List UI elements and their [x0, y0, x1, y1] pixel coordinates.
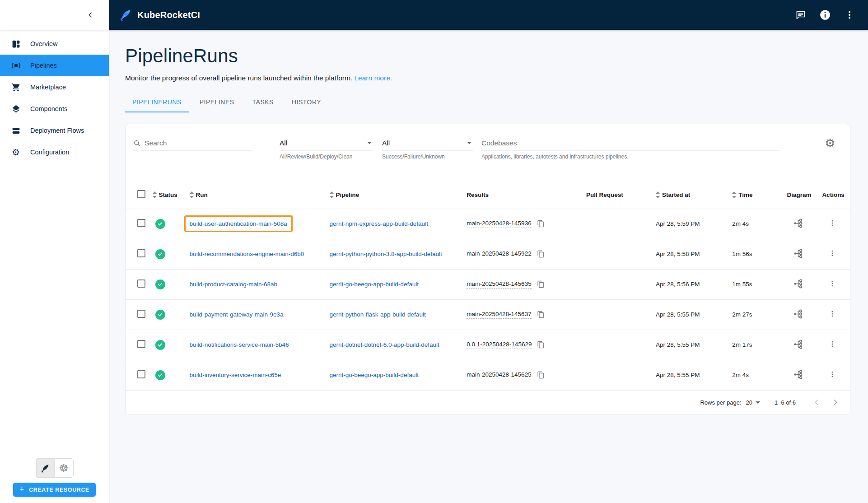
- column-pipeline[interactable]: Pipeline: [336, 191, 359, 198]
- row-checkbox[interactable]: [137, 370, 145, 378]
- run-link-wrap: build-product-catalog-main-68ab: [190, 281, 277, 288]
- sidebar-item-deployment-flows[interactable]: Deployment Flows: [0, 120, 109, 141]
- pipeline-status-select[interactable]: All Success/Failure/Unknown: [382, 136, 473, 160]
- sort-icon[interactable]: [656, 191, 660, 198]
- row-checkbox[interactable]: [137, 340, 145, 348]
- row-actions-button[interactable]: [828, 249, 836, 257]
- tab-history[interactable]: HISTORY: [285, 96, 328, 112]
- run-link[interactable]: build-inventory-service-main-c65e: [190, 372, 281, 378]
- diagram-tree-icon: [793, 309, 803, 319]
- info-icon[interactable]: [819, 9, 831, 21]
- brand-name: KubeRocketCI: [137, 10, 200, 20]
- row-actions-button[interactable]: [828, 370, 836, 378]
- column-pull-request: Pull Request: [586, 191, 623, 198]
- run-link[interactable]: build-notifications-service-main-5b46: [190, 341, 289, 348]
- tab-tasks[interactable]: TASKS: [245, 96, 281, 112]
- codebases-input[interactable]: [481, 139, 780, 147]
- pipeline-link[interactable]: gerrit-dotnet-dotnet-6.0-app-build-defau…: [330, 341, 439, 348]
- diagram-button[interactable]: [793, 309, 803, 319]
- sort-icon[interactable]: [153, 191, 157, 198]
- sort-icon[interactable]: [330, 191, 334, 198]
- create-resource-button[interactable]: + CREATE RESOURCE: [13, 483, 96, 497]
- row-actions-button[interactable]: [828, 310, 836, 318]
- kebab-menu-icon: [828, 249, 836, 257]
- sidebar-item-configuration[interactable]: ⚙ Configuration: [0, 141, 109, 163]
- column-status[interactable]: Status: [159, 191, 177, 198]
- status-success-icon: [155, 310, 165, 320]
- copy-button[interactable]: [537, 220, 545, 228]
- run-link[interactable]: build-product-catalog-main-68ab: [190, 281, 277, 288]
- diagram-button[interactable]: [793, 248, 803, 259]
- row-checkbox[interactable]: [137, 249, 145, 257]
- select-all-checkbox[interactable]: [137, 190, 145, 198]
- learn-more-link[interactable]: Learn more.: [354, 74, 392, 82]
- copy-icon: [537, 220, 545, 228]
- pipeline-link[interactable]: gerrit-go-beego-app-build-default: [330, 372, 419, 378]
- sidebar-item-pipelines[interactable]: Pipelines: [0, 55, 109, 76]
- cart-icon: [11, 82, 21, 92]
- result-value: main-20250428-145635: [467, 280, 531, 289]
- rocket-feather-icon: [119, 8, 132, 22]
- row-checkbox[interactable]: [137, 279, 145, 288]
- sort-icon[interactable]: [732, 191, 736, 198]
- column-started-at[interactable]: Started at: [662, 191, 690, 198]
- pipelineruns-table: Status Run Pipeline Results Pull Request: [126, 182, 850, 391]
- copy-button[interactable]: [537, 371, 545, 379]
- diagram-button[interactable]: [793, 279, 803, 289]
- sidebar-header: [0, 0, 109, 30]
- started-at-value: Apr 28, 5:56 PM: [656, 281, 700, 288]
- next-page-button[interactable]: [829, 396, 842, 409]
- sort-icon[interactable]: [190, 191, 194, 198]
- pipeline-link[interactable]: gerrit-python-flask-app-build-default: [330, 311, 426, 318]
- tabs: PIPELINERUNS PIPELINES TASKS HISTORY: [125, 96, 850, 112]
- diagram-button[interactable]: [793, 339, 803, 349]
- toggle-kuberocketci-view[interactable]: [36, 459, 55, 477]
- feedback-chat-icon[interactable]: [795, 9, 807, 21]
- pipeline-link[interactable]: gerrit-go-beego-app-build-default: [330, 281, 419, 288]
- sidebar-item-marketplace[interactable]: Marketplace: [0, 76, 109, 98]
- sidebar-item-components[interactable]: Components: [0, 98, 109, 120]
- plus-icon: +: [19, 485, 24, 494]
- chevron-down-icon: [467, 142, 471, 144]
- diagram-button[interactable]: [793, 369, 803, 380]
- rows-per-page-select[interactable]: 20: [746, 399, 762, 406]
- copy-button[interactable]: [537, 280, 545, 288]
- kebab-menu-icon: [828, 340, 836, 348]
- run-link[interactable]: build-user-authentication-main-508a: [190, 220, 287, 227]
- started-at-value: Apr 28, 5:55 PM: [656, 341, 700, 348]
- diagram-tree-icon: [793, 248, 803, 259]
- copy-button[interactable]: [537, 250, 545, 258]
- started-at-value: Apr 28, 5:59 PM: [656, 220, 700, 227]
- copy-button[interactable]: [537, 311, 545, 318]
- toggle-kubernetes-view[interactable]: ☸: [55, 459, 73, 477]
- copy-button[interactable]: [537, 341, 545, 349]
- run-link[interactable]: build-recommendations-engine-main-d6b0: [190, 251, 304, 257]
- pipeline-type-select[interactable]: All All/Review/Build/Deploy/Clean: [280, 136, 373, 160]
- row-actions-button[interactable]: [828, 219, 836, 227]
- diagram-button[interactable]: [793, 218, 803, 228]
- row-checkbox[interactable]: [137, 310, 145, 318]
- table-settings-button[interactable]: ⚙: [821, 134, 839, 152]
- run-link[interactable]: build-payment-gateway-main-9e3a: [190, 311, 284, 318]
- row-actions-button[interactable]: [828, 279, 836, 288]
- search-input[interactable]: [145, 139, 252, 147]
- kebab-menu-icon[interactable]: [844, 9, 855, 21]
- rows-per-page-label: Rows per page:: [700, 399, 741, 406]
- pagination-range: 1–6 of 6: [775, 399, 796, 406]
- table-header-row: Status Run Pipeline Results Pull Request: [126, 182, 850, 209]
- pipeline-link[interactable]: gerrit-python-python-3.8-app-build-defau…: [330, 251, 442, 257]
- column-time[interactable]: Time: [738, 191, 752, 198]
- column-run[interactable]: Run: [196, 191, 208, 198]
- time-value: 2m 4s: [732, 220, 749, 227]
- row-actions-button[interactable]: [828, 340, 836, 348]
- collapse-sidebar-button[interactable]: [87, 11, 94, 19]
- pipeline-link[interactable]: gerrit-npm-express-app-build-default: [330, 220, 428, 227]
- row-checkbox[interactable]: [137, 219, 145, 227]
- column-actions: Actions: [822, 191, 845, 198]
- copy-icon: [537, 311, 545, 318]
- sidebar-item-overview[interactable]: Overview: [0, 33, 109, 55]
- previous-page-button[interactable]: [810, 396, 823, 409]
- kebab-menu-icon: [828, 279, 836, 288]
- tab-pipelineruns[interactable]: PIPELINERUNS: [125, 96, 189, 112]
- tab-pipelines[interactable]: PIPELINES: [192, 96, 242, 112]
